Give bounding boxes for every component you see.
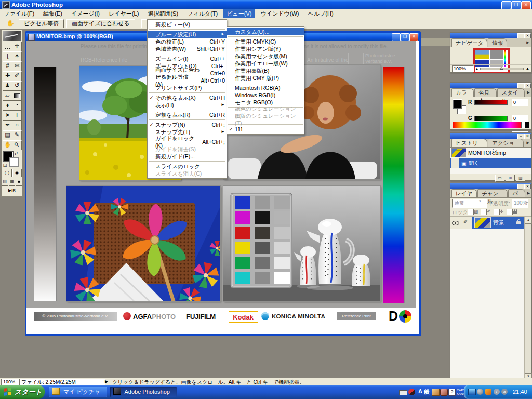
- submenu-item-working-yellow[interactable]: 作業用イエロー版(W): [227, 60, 304, 67]
- menu-view[interactable]: ビュー(V): [223, 9, 255, 18]
- menu-filter[interactable]: フィルタ(T): [183, 9, 221, 18]
- navigator-titlebar[interactable]: – ✕: [450, 33, 531, 38]
- zoom-tool[interactable]: ⚲: [12, 140, 22, 150]
- actual-pixels-button[interactable]: ピクセル等倍: [19, 19, 64, 28]
- minimize-button[interactable]: –: [501, 1, 511, 9]
- quick-mask-button[interactable]: ◉: [12, 169, 22, 177]
- tab-navigator[interactable]: ナビゲータ: [451, 38, 487, 47]
- screen-mode-full-menubar[interactable]: ▦: [9, 178, 16, 186]
- jump-to-imageready-button[interactable]: ▶IR: [3, 187, 21, 195]
- ime-help-icon[interactable]: ?: [448, 389, 456, 396]
- ime-dictionary-icon[interactable]: [440, 389, 448, 396]
- menu-item-new-view[interactable]: 新規ビュー(V): [148, 21, 227, 28]
- submenu-item-111[interactable]: ✓111: [227, 126, 304, 133]
- delete-state-button[interactable]: ▥: [516, 175, 525, 182]
- pen-tool[interactable]: ✒: [3, 121, 12, 130]
- crop-tool[interactable]: #: [3, 61, 12, 71]
- palette-menu-icon[interactable]: ▶: [526, 189, 531, 197]
- ramp-black-swatch[interactable]: [525, 122, 529, 128]
- menu-item-clear-guides[interactable]: ガイドを消去(S): [148, 145, 227, 153]
- navigator-zoom-field[interactable]: 100%: [452, 65, 474, 72]
- pinwheel-photo[interactable]: [66, 186, 220, 301]
- app-titlebar[interactable]: Adobe Photoshop – ❐ ✕: [0, 0, 532, 9]
- menu-item-show-extras[interactable]: ✓その他を表示(X)Ctrl+H: [148, 94, 227, 101]
- palette-menu-icon[interactable]: ▶: [524, 38, 531, 47]
- submenu-item-windows-rgb[interactable]: Windows RGB(I): [227, 91, 304, 99]
- gradient-tool[interactable]: [12, 91, 22, 101]
- menu-select[interactable]: 選択範囲(S): [144, 9, 182, 18]
- doc-minimize-button[interactable]: –: [392, 33, 401, 41]
- palette-menu-icon[interactable]: ▶: [525, 88, 531, 97]
- zoom-out-icon[interactable]: ▲: [475, 67, 478, 70]
- doc-close-button[interactable]: ✕: [409, 33, 418, 41]
- menu-item-lock-guides[interactable]: ガイドをロック(K)Alt+Ctrl+;: [148, 138, 227, 145]
- brush-tool[interactable]: ✐: [12, 71, 22, 81]
- layer-visibility-toggle[interactable]: [450, 217, 461, 229]
- submenu-item-working-cmy[interactable]: 作業用 CMY 版(P): [227, 74, 304, 82]
- default-colors-icon[interactable]: ◱: [3, 163, 7, 167]
- status-menu-arrow-icon[interactable]: ▶: [105, 379, 108, 384]
- tab-actions[interactable]: アクション: [488, 139, 524, 147]
- ime-input-mode[interactable]: A: [418, 388, 422, 394]
- tab-paths[interactable]: パス: [508, 189, 525, 197]
- channel-r-slider[interactable]: [474, 100, 508, 105]
- menu-item-proof-setup[interactable]: プルーフ設定(U)►: [148, 31, 227, 38]
- eyedropper-tool[interactable]: ✎: [12, 130, 22, 140]
- zoom-in-icon[interactable]: ▲: [525, 66, 530, 71]
- scheduler-tray-icon[interactable]: [477, 389, 483, 395]
- type-tool[interactable]: T: [12, 111, 22, 121]
- swap-colors-icon[interactable]: ⇄: [15, 151, 18, 156]
- history-titlebar[interactable]: – ✕: [450, 133, 531, 139]
- submenu-item-simulate-ink[interactable]: 墨版のシミュレーション(T): [227, 116, 304, 123]
- acrobat-tray-icon[interactable]: a: [501, 389, 508, 395]
- ime-pad-icon[interactable]: [432, 389, 440, 396]
- menu-item-show[interactable]: 表示(H)►: [148, 101, 227, 109]
- submenu-item-working-black[interactable]: 作業用墨版(B): [227, 67, 304, 74]
- scroll-up-icon[interactable]: ▲: [525, 217, 532, 224]
- channel-r-value[interactable]: 0: [512, 99, 528, 106]
- color-ramp[interactable]: [453, 122, 522, 128]
- standard-mode-button[interactable]: ◯: [3, 169, 12, 177]
- submenu-item-working-cyan[interactable]: 作業用シアン版(Y): [227, 45, 304, 52]
- task-my-pictures[interactable]: マイ ピクチャ: [49, 387, 107, 397]
- menu-item-gamut-warning[interactable]: 色域警告(W)Shft+Ctrl+Y: [148, 45, 227, 52]
- menu-image[interactable]: イメージ(I): [68, 9, 103, 18]
- history-open-row[interactable]: ▣ 開く: [450, 158, 531, 168]
- lock-all-checkbox[interactable]: [507, 209, 513, 215]
- history-snapshot-row[interactable]: MONITOR.bmp: [450, 148, 531, 158]
- new-snapshot-button[interactable]: ⊞: [506, 175, 515, 182]
- blend-mode-dropdown-icon[interactable]: ▼: [478, 200, 482, 203]
- slice-tool[interactable]: ✄: [12, 61, 22, 71]
- close-button[interactable]: ✕: [521, 1, 531, 9]
- navigator-zoom-slider[interactable]: △: [480, 68, 524, 70]
- magic-wand-tool[interactable]: ✶: [12, 51, 22, 61]
- lock-transparency-checkbox[interactable]: [468, 209, 474, 215]
- tab-channels[interactable]: チャンネル: [477, 189, 508, 197]
- menu-item-proof-colors[interactable]: 色の校正(L)Ctrl+Y: [148, 38, 227, 45]
- move-tool[interactable]: ✛: [12, 42, 22, 51]
- new-document-from-state-button[interactable]: ▭: [495, 175, 504, 182]
- tab-layers[interactable]: レイヤー: [451, 189, 477, 197]
- channel-g-slider[interactable]: [474, 116, 508, 121]
- screen-mode-full[interactable]: ■: [16, 178, 22, 186]
- channel-g-value[interactable]: 0: [512, 115, 528, 122]
- screen-mode-standard[interactable]: ▤: [2, 178, 8, 186]
- menu-item-lock-slices[interactable]: スライスのロック: [148, 163, 227, 170]
- menu-item-show-rulers[interactable]: 定規を表示(R)Ctrl+R: [148, 111, 227, 118]
- submenu-item-working-magenta[interactable]: 作業用マゼンタ版(M): [227, 52, 304, 60]
- adobe-banner[interactable]: [3, 31, 21, 41]
- menu-help[interactable]: ヘルプ(H): [304, 9, 337, 18]
- palette-menu-icon[interactable]: ▶: [524, 139, 531, 147]
- layer-link-cell[interactable]: ✐: [461, 217, 472, 229]
- path-selection-tool[interactable]: ➤: [3, 111, 12, 121]
- layers-titlebar[interactable]: – ✕: [450, 183, 531, 189]
- background-color[interactable]: [9, 157, 19, 167]
- menu-item-print-size[interactable]: プリントサイズ(P): [148, 84, 227, 91]
- lasso-tool[interactable]: ɭ: [3, 51, 12, 61]
- notes-tool[interactable]: ▤: [3, 130, 12, 140]
- lock-position-checkbox[interactable]: [494, 209, 500, 215]
- submenu-item-macintosh-rgb[interactable]: Macintosh RGB(A): [227, 84, 304, 91]
- slider-thumb-icon[interactable]: △: [500, 65, 503, 70]
- layer-row-background[interactable]: ✐ 背景: [450, 217, 525, 229]
- shape-tool[interactable]: ○: [12, 121, 22, 130]
